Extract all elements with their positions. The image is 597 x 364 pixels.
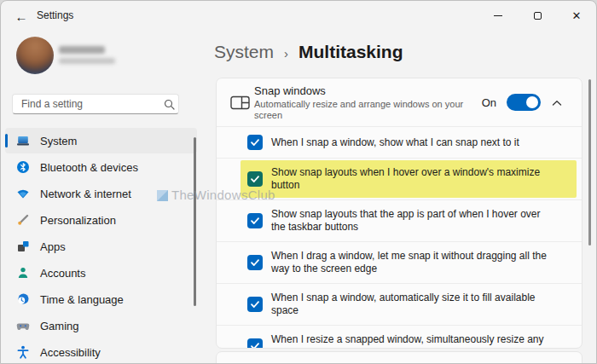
accounts-icon — [16, 266, 30, 280]
apps-icon — [16, 240, 30, 253]
snap-option-row: When I drag a window, let me snap it wit… — [217, 241, 582, 283]
option-checkbox[interactable] — [247, 255, 263, 270]
toggle-knob — [526, 96, 538, 108]
snap-option-row: When I snap a window, automatically size… — [217, 283, 582, 325]
snap-options-list: When I snap a window, show what I can sn… — [217, 126, 582, 349]
main-scrollbar[interactable] — [588, 79, 591, 246]
close-button[interactable]: ✕ — [557, 1, 596, 31]
option-checkbox[interactable] — [247, 213, 263, 228]
sidebar-item-apps[interactable]: Apps — [5, 234, 197, 259]
snap-option-row: Show snap layouts that the app is part o… — [217, 199, 582, 241]
sidebar-item-label: Accounts — [40, 267, 85, 280]
snap-windows-subtitle: Automatically resize and arrange windows… — [254, 99, 467, 121]
avatar[interactable] — [16, 37, 54, 74]
close-icon: ✕ — [572, 10, 582, 21]
back-arrow-icon: ← — [15, 9, 28, 24]
sidebar-item-label: Time & language — [40, 293, 124, 306]
main-content: System › Multitasking Snap windows Autom… — [206, 31, 596, 363]
sidebar-item-label: Bluetooth & devices — [40, 161, 138, 174]
sidebar-item-label: Gaming — [40, 320, 79, 332]
breadcrumb: System › Multitasking — [214, 42, 403, 62]
search-input[interactable] — [13, 98, 159, 110]
gaming-icon — [16, 319, 30, 332]
collapse-button[interactable] — [544, 95, 570, 110]
option-label: When I drag a window, let me snap it wit… — [271, 250, 548, 275]
option-checkbox[interactable] — [247, 135, 263, 150]
selected-indicator — [5, 134, 8, 147]
breadcrumb-separator-icon: › — [284, 46, 288, 61]
network-icon — [16, 187, 30, 200]
user-name-blurred — [59, 46, 105, 54]
sidebar-item-label: Apps — [40, 240, 66, 253]
sidebar-item-label: System — [40, 135, 77, 147]
system-icon — [16, 134, 30, 147]
snap-option-row: Show snap layouts when I hover over a wi… — [217, 158, 582, 199]
snap-option-row: When I snap a window, show what I can sn… — [217, 126, 582, 158]
page-title: Multitasking — [298, 42, 403, 62]
sidebar-item-label: Personalization — [40, 214, 116, 227]
sidebar-item-accounts[interactable]: Accounts — [5, 260, 197, 286]
snap-windows-icon — [225, 95, 254, 110]
back-button[interactable]: ← — [11, 6, 32, 26]
toggle-state-label: On — [482, 96, 496, 109]
option-label: When I resize a snapped window, simultan… — [271, 333, 548, 349]
next-card-partial — [216, 351, 583, 364]
option-label: When I snap a window, automatically size… — [271, 292, 548, 317]
breadcrumb-parent[interactable]: System — [214, 42, 274, 62]
sidebar-item-label: Accessibility — [40, 346, 101, 359]
window-title: Settings — [37, 9, 73, 21]
snap-windows-title: Snap windows — [254, 84, 475, 97]
option-checkbox[interactable] — [247, 171, 263, 187]
maximize-icon — [534, 12, 542, 20]
window-controls: ✕ — [478, 1, 596, 31]
sidebar-item-gaming[interactable]: Gaming — [5, 313, 197, 338]
maximize-button[interactable] — [518, 1, 557, 31]
personalization-icon — [16, 213, 30, 227]
user-email-blurred — [59, 58, 115, 64]
sidebar-item-time-language[interactable]: Time & language — [5, 286, 197, 312]
sidebar-item-label: Network & internet — [40, 188, 131, 200]
time-language-icon — [16, 292, 30, 306]
option-label: When I snap a window, show what I can sn… — [271, 136, 519, 149]
search-box — [12, 94, 179, 114]
snap-windows-header[interactable]: Snap windows Automatically resize and ar… — [217, 78, 582, 126]
option-checkbox[interactable] — [247, 297, 263, 312]
search-icon[interactable] — [159, 99, 178, 110]
sidebar-item-bluetooth-devices[interactable]: Bluetooth & devices — [5, 154, 197, 180]
minimize-button[interactable] — [478, 1, 518, 31]
sidebar-scrollbar[interactable] — [194, 137, 196, 306]
titlebar: ← Settings ✕ — [1, 1, 596, 31]
snap-windows-card: Snap windows Automatically resize and ar… — [216, 78, 583, 349]
chevron-up-icon — [552, 95, 562, 110]
avatar-photo-blurred — [16, 37, 54, 74]
sidebar-item-system[interactable]: System — [5, 128, 197, 153]
sidebar-item-personalization[interactable]: Personalization — [5, 207, 197, 233]
sidebar-item-network-internet[interactable]: Network & internet — [5, 181, 197, 206]
settings-window: ← Settings ✕ System Bluetooth & de — [0, 0, 597, 364]
snap-option-row: When I resize a snapped window, simultan… — [217, 325, 582, 349]
bluetooth-icon — [16, 160, 30, 174]
minimize-icon — [494, 15, 502, 16]
option-label: Show snap layouts when I hover over a wi… — [271, 166, 548, 192]
option-label: Show snap layouts that the app is part o… — [271, 208, 548, 234]
snap-windows-toggle[interactable] — [507, 94, 541, 111]
option-checkbox[interactable] — [247, 338, 263, 349]
sidebar-item-accessibility[interactable]: Accessibility — [5, 339, 197, 364]
accessibility-icon — [16, 345, 30, 359]
sidebar: System Bluetooth & devices Network & int… — [1, 31, 206, 363]
sidebar-nav: System Bluetooth & devices Network & int… — [5, 128, 197, 364]
